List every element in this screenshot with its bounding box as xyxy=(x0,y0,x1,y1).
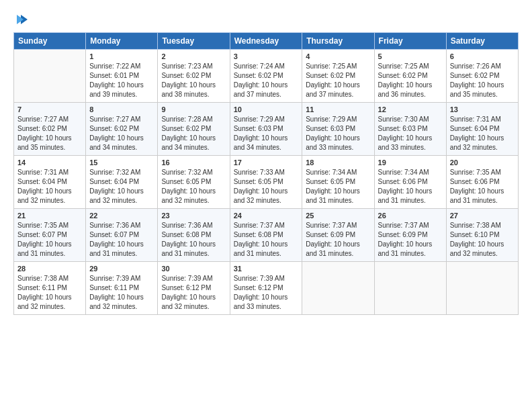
day-info: Sunrise: 7:29 AMSunset: 6:03 PMDaylight:… xyxy=(234,115,299,152)
day-info: Sunrise: 7:34 AMSunset: 6:05 PMDaylight:… xyxy=(306,168,370,205)
day-info: Sunrise: 7:37 AMSunset: 6:08 PMDaylight:… xyxy=(234,221,299,259)
calendar-cell: 1Sunrise: 7:22 AMSunset: 6:01 PMDaylight… xyxy=(86,50,158,103)
calendar-cell xyxy=(374,262,446,315)
calendar-cell: 7Sunrise: 7:27 AMSunset: 6:02 PMDaylight… xyxy=(14,103,86,156)
day-info: Sunrise: 7:31 AMSunset: 6:04 PMDaylight:… xyxy=(17,168,82,205)
day-info: Sunrise: 7:29 AMSunset: 6:03 PMDaylight:… xyxy=(306,115,370,152)
day-number: 3 xyxy=(234,52,299,60)
day-number: 11 xyxy=(306,105,370,113)
calendar-cell: 24Sunrise: 7:37 AMSunset: 6:08 PMDayligh… xyxy=(230,209,302,262)
day-number: 15 xyxy=(89,158,154,167)
day-of-week-monday: Monday xyxy=(86,33,158,50)
calendar-cell: 9Sunrise: 7:28 AMSunset: 6:02 PMDaylight… xyxy=(158,103,230,156)
day-number: 14 xyxy=(17,158,82,167)
logo-icon xyxy=(14,12,29,27)
day-of-week-thursday: Thursday xyxy=(302,33,374,50)
calendar-cell: 23Sunrise: 7:36 AMSunset: 6:08 PMDayligh… xyxy=(158,209,230,262)
day-info: Sunrise: 7:26 AMSunset: 6:02 PMDaylight:… xyxy=(450,62,515,99)
day-number: 31 xyxy=(234,265,299,273)
day-info: Sunrise: 7:25 AMSunset: 6:02 PMDaylight:… xyxy=(306,62,370,99)
calendar-cell xyxy=(446,262,518,315)
day-info: Sunrise: 7:32 AMSunset: 6:05 PMDaylight:… xyxy=(161,168,226,205)
day-info: Sunrise: 7:39 AMSunset: 6:12 PMDaylight:… xyxy=(234,274,299,312)
calendar-cell: 19Sunrise: 7:34 AMSunset: 6:06 PMDayligh… xyxy=(374,156,446,209)
calendar-cell: 25Sunrise: 7:37 AMSunset: 6:09 PMDayligh… xyxy=(302,209,374,262)
calendar-cell: 13Sunrise: 7:31 AMSunset: 6:04 PMDayligh… xyxy=(446,103,518,156)
day-of-week-friday: Friday xyxy=(374,33,446,50)
calendar-cell: 17Sunrise: 7:33 AMSunset: 6:05 PMDayligh… xyxy=(230,156,302,209)
day-number: 5 xyxy=(378,52,443,60)
calendar-cell: 16Sunrise: 7:32 AMSunset: 6:05 PMDayligh… xyxy=(158,156,230,209)
day-of-week-saturday: Saturday xyxy=(446,33,518,50)
day-info: Sunrise: 7:24 AMSunset: 6:02 PMDaylight:… xyxy=(234,62,299,99)
calendar-cell: 6Sunrise: 7:26 AMSunset: 6:02 PMDaylight… xyxy=(446,50,518,103)
day-info: Sunrise: 7:37 AMSunset: 6:09 PMDaylight:… xyxy=(306,221,370,259)
calendar-cell: 8Sunrise: 7:27 AMSunset: 6:02 PMDaylight… xyxy=(86,103,158,156)
calendar-cell: 14Sunrise: 7:31 AMSunset: 6:04 PMDayligh… xyxy=(14,156,86,209)
calendar-cell: 28Sunrise: 7:38 AMSunset: 6:11 PMDayligh… xyxy=(14,262,86,315)
calendar-cell: 21Sunrise: 7:35 AMSunset: 6:07 PMDayligh… xyxy=(14,209,86,262)
calendar-cell: 3Sunrise: 7:24 AMSunset: 6:02 PMDaylight… xyxy=(230,50,302,103)
calendar-week-5: 28Sunrise: 7:38 AMSunset: 6:11 PMDayligh… xyxy=(14,262,519,315)
calendar-week-2: 7Sunrise: 7:27 AMSunset: 6:02 PMDaylight… xyxy=(14,103,519,156)
day-of-week-sunday: Sunday xyxy=(14,33,86,50)
day-info: Sunrise: 7:34 AMSunset: 6:06 PMDaylight:… xyxy=(378,168,443,205)
day-of-week-tuesday: Tuesday xyxy=(158,33,230,50)
day-info: Sunrise: 7:38 AMSunset: 6:10 PMDaylight:… xyxy=(450,221,515,259)
day-number: 7 xyxy=(17,105,82,113)
day-number: 22 xyxy=(89,212,154,220)
calendar-cell: 20Sunrise: 7:35 AMSunset: 6:06 PMDayligh… xyxy=(446,156,518,209)
calendar-cell: 22Sunrise: 7:36 AMSunset: 6:07 PMDayligh… xyxy=(86,209,158,262)
calendar-cell xyxy=(14,50,86,103)
day-number: 2 xyxy=(161,52,226,60)
day-number: 10 xyxy=(234,105,299,113)
day-info: Sunrise: 7:30 AMSunset: 6:03 PMDaylight:… xyxy=(378,115,443,152)
calendar-week-3: 14Sunrise: 7:31 AMSunset: 6:04 PMDayligh… xyxy=(14,156,519,209)
calendar-cell: 30Sunrise: 7:39 AMSunset: 6:12 PMDayligh… xyxy=(158,262,230,315)
calendar-cell: 4Sunrise: 7:25 AMSunset: 6:02 PMDaylight… xyxy=(302,50,374,103)
day-number: 29 xyxy=(89,265,154,273)
day-number: 12 xyxy=(378,105,443,113)
day-number: 19 xyxy=(378,158,443,167)
day-number: 13 xyxy=(450,105,515,113)
day-number: 6 xyxy=(450,52,515,60)
calendar-header-row: SundayMondayTuesdayWednesdayThursdayFrid… xyxy=(14,33,519,50)
calendar-cell: 5Sunrise: 7:25 AMSunset: 6:02 PMDaylight… xyxy=(374,50,446,103)
calendar-cell xyxy=(302,262,374,315)
calendar: SundayMondayTuesdayWednesdayThursdayFrid… xyxy=(13,32,519,315)
day-info: Sunrise: 7:23 AMSunset: 6:02 PMDaylight:… xyxy=(161,62,226,99)
day-number: 18 xyxy=(306,158,370,167)
day-info: Sunrise: 7:25 AMSunset: 6:02 PMDaylight:… xyxy=(378,62,443,99)
day-info: Sunrise: 7:32 AMSunset: 6:04 PMDaylight:… xyxy=(89,168,154,205)
day-info: Sunrise: 7:35 AMSunset: 6:06 PMDaylight:… xyxy=(450,168,515,205)
calendar-cell: 12Sunrise: 7:30 AMSunset: 6:03 PMDayligh… xyxy=(374,103,446,156)
calendar-cell: 18Sunrise: 7:34 AMSunset: 6:05 PMDayligh… xyxy=(302,156,374,209)
day-number: 28 xyxy=(17,265,82,273)
day-info: Sunrise: 7:22 AMSunset: 6:01 PMDaylight:… xyxy=(89,62,154,99)
day-number: 23 xyxy=(161,212,226,220)
day-number: 27 xyxy=(450,212,515,220)
logo xyxy=(13,12,29,27)
calendar-cell: 2Sunrise: 7:23 AMSunset: 6:02 PMDaylight… xyxy=(158,50,230,103)
day-number: 8 xyxy=(89,105,154,113)
calendar-cell: 27Sunrise: 7:38 AMSunset: 6:10 PMDayligh… xyxy=(446,209,518,262)
page: SundayMondayTuesdayWednesdayThursdayFrid… xyxy=(0,0,532,411)
calendar-week-4: 21Sunrise: 7:35 AMSunset: 6:07 PMDayligh… xyxy=(14,209,519,262)
day-number: 1 xyxy=(89,52,154,60)
day-number: 26 xyxy=(378,212,443,220)
day-number: 20 xyxy=(450,158,515,167)
day-info: Sunrise: 7:38 AMSunset: 6:11 PMDaylight:… xyxy=(17,274,82,312)
day-info: Sunrise: 7:27 AMSunset: 6:02 PMDaylight:… xyxy=(89,115,154,152)
day-number: 9 xyxy=(161,105,226,113)
day-info: Sunrise: 7:39 AMSunset: 6:11 PMDaylight:… xyxy=(89,274,154,312)
header xyxy=(13,12,519,27)
day-info: Sunrise: 7:36 AMSunset: 6:07 PMDaylight:… xyxy=(89,221,154,259)
day-number: 21 xyxy=(17,212,82,220)
day-info: Sunrise: 7:31 AMSunset: 6:04 PMDaylight:… xyxy=(450,115,515,152)
calendar-cell: 29Sunrise: 7:39 AMSunset: 6:11 PMDayligh… xyxy=(86,262,158,315)
day-of-week-wednesday: Wednesday xyxy=(230,33,302,50)
day-info: Sunrise: 7:39 AMSunset: 6:12 PMDaylight:… xyxy=(161,274,226,312)
day-number: 25 xyxy=(306,212,370,220)
day-info: Sunrise: 7:36 AMSunset: 6:08 PMDaylight:… xyxy=(161,221,226,259)
calendar-cell: 31Sunrise: 7:39 AMSunset: 6:12 PMDayligh… xyxy=(230,262,302,315)
